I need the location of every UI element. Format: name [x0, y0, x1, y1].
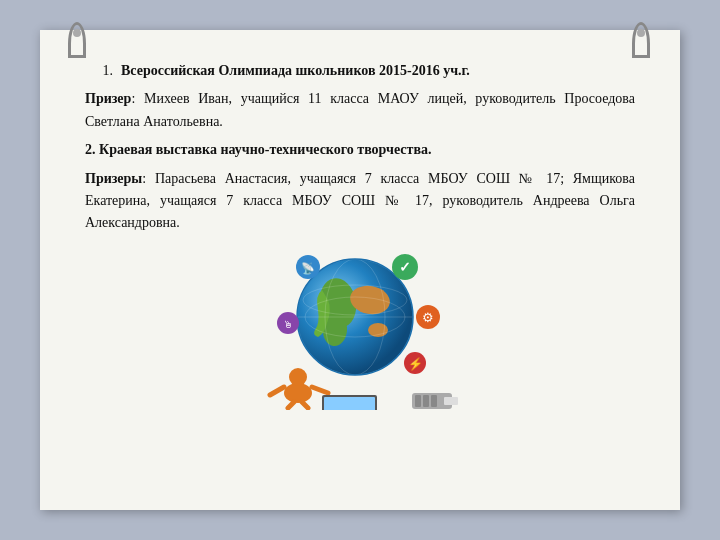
svg-text:📡: 📡 [301, 261, 315, 275]
item-1-number: 1. [85, 60, 113, 82]
item-1-prize-label: Призер [85, 91, 131, 106]
item-1-prize: Призер: Михеев Иван, учащийся 11 класса … [85, 88, 635, 133]
item-2-prize-text: : Парасьева Анастасия, учащаяся 7 класса… [85, 171, 635, 231]
item-2-prize: Призеры: Парасьева Анастасия, учащаяся 7… [85, 168, 635, 235]
svg-text:⚡: ⚡ [408, 356, 423, 371]
illustration-container: ✓ ⚙ ⚡ 📡 🖱 [85, 245, 635, 405]
svg-rect-23 [423, 395, 429, 407]
item-2-title: 2. Краевая выставка научно-технического … [85, 139, 635, 161]
svg-line-18 [302, 402, 308, 408]
figure-head [289, 368, 307, 386]
svg-rect-24 [431, 395, 437, 407]
tech-illustration: ✓ ⚙ ⚡ 📡 🖱 [250, 245, 470, 405]
svg-text:🖱: 🖱 [283, 319, 293, 330]
item-1-prize-text: : Михеев Иван, учащийся 11 класса МАОУ л… [85, 91, 635, 128]
svg-line-16 [312, 387, 328, 393]
pin-left-icon [68, 22, 88, 62]
item-1-title: Всероссийская Олимпиада школьников 2015-… [121, 60, 470, 82]
svg-rect-21 [444, 397, 458, 405]
svg-rect-19 [324, 397, 375, 410]
svg-rect-22 [415, 395, 421, 407]
svg-text:⚙: ⚙ [422, 310, 434, 325]
illustration-svg: ✓ ⚙ ⚡ 📡 🖱 [250, 245, 470, 410]
document-page: 1. Всероссийская Олимпиада школьников 20… [40, 30, 680, 510]
svg-text:✓: ✓ [399, 260, 411, 275]
svg-line-17 [288, 402, 294, 408]
main-content: 1. Всероссийская Олимпиада школьников 20… [85, 60, 635, 480]
pin-right-icon [632, 22, 652, 62]
item-2-prize-label: Призеры [85, 171, 142, 186]
svg-line-15 [270, 387, 284, 395]
svg-text:COLI: COLI [326, 343, 367, 360]
item-1-row: 1. Всероссийская Олимпиада школьников 20… [85, 60, 635, 82]
